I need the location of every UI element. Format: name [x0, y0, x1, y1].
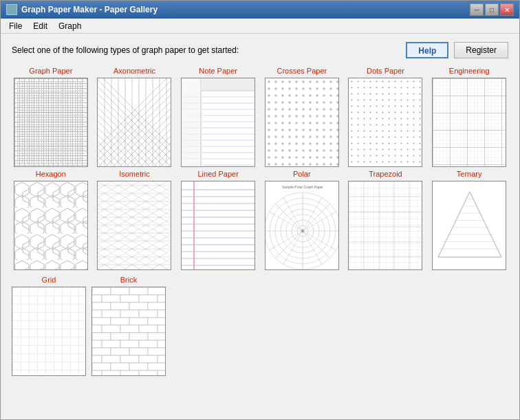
- paper-item-isometric[interactable]: Isometric: [96, 170, 174, 270]
- svg-rect-205: [92, 363, 111, 371]
- paper-item-graph[interactable]: Graph Paper: [12, 67, 90, 167]
- main-window: Graph Paper Maker - Paper Gallery ─ □ ✕ …: [0, 0, 520, 420]
- paper-item-engineering[interactable]: Engineering: [430, 67, 508, 167]
- app-icon: [6, 4, 17, 15]
- svg-rect-86: [98, 181, 171, 270]
- paper-thumb-trapezoid: [348, 181, 422, 270]
- help-button[interactable]: Help: [406, 42, 448, 58]
- svg-rect-186: [158, 325, 166, 333]
- register-button[interactable]: Register: [454, 42, 508, 58]
- svg-rect-173: [92, 310, 102, 318]
- svg-rect-209: [92, 371, 102, 376]
- paper-label-grid: Grid: [42, 276, 56, 284]
- svg-rect-206: [111, 363, 129, 371]
- menu-edit[interactable]: Edit: [28, 20, 53, 32]
- paper-thumb-lined: [181, 181, 255, 270]
- svg-rect-202: [120, 355, 139, 363]
- svg-rect-208: [148, 363, 166, 371]
- svg-rect-190: [148, 333, 166, 340]
- paper-item-polar[interactable]: Polar Sample Polar Graph Paper: [263, 170, 341, 270]
- svg-rect-157: [12, 287, 86, 376]
- svg-rect-210: [102, 371, 120, 376]
- svg-rect-169: [92, 302, 111, 310]
- paper-thumb-grid: [12, 287, 86, 376]
- instruction-text: Select one of the following types of gra…: [12, 45, 239, 55]
- paper-item-crosses[interactable]: Crosses Paper // Can't use JS in SVG her…: [263, 67, 341, 167]
- paper-item-ternary[interactable]: Ternary: [430, 170, 508, 270]
- paper-item-lined[interactable]: Lined Paper: [179, 170, 257, 270]
- title-controls: ─ □ ✕: [470, 3, 514, 16]
- svg-rect-178: [92, 318, 111, 325]
- svg-rect-195: [158, 340, 166, 348]
- paper-label-crosses: Crosses Paper: [277, 67, 327, 75]
- svg-rect-160: [92, 287, 111, 295]
- svg-rect-212: [139, 371, 158, 376]
- paper-label-dots: Dots Paper: [367, 67, 404, 75]
- svg-rect-201: [102, 355, 120, 363]
- svg-rect-168: [158, 295, 166, 302]
- svg-rect-183: [102, 325, 120, 333]
- paper-label-ternary: Ternary: [457, 170, 482, 178]
- svg-rect-164: [92, 295, 102, 302]
- paper-item-brick[interactable]: Brick: [91, 276, 166, 376]
- paper-item-hexagon[interactable]: Hexagon: [12, 170, 90, 270]
- instruction-row: Select one of the following types of gra…: [12, 42, 508, 58]
- maximize-button[interactable]: □: [485, 3, 499, 16]
- paper-item-dots[interactable]: Dots Paper: [347, 67, 425, 167]
- paper-thumb-graph: [14, 78, 88, 167]
- svg-rect-76: [349, 78, 422, 167]
- svg-rect-162: [129, 287, 148, 295]
- svg-rect-203: [139, 355, 158, 363]
- svg-rect-165: [102, 295, 120, 302]
- svg-text:Sample Polar Graph Paper: Sample Polar Graph Paper: [282, 185, 323, 189]
- svg-rect-172: [148, 302, 166, 310]
- svg-rect-197: [111, 348, 129, 355]
- action-buttons: Help Register: [406, 42, 508, 58]
- paper-item-note[interactable]: Note Paper: [179, 67, 257, 167]
- paper-thumb-crosses: // Can't use JS in SVG here, using stati…: [265, 78, 339, 167]
- svg-rect-207: [129, 363, 148, 371]
- svg-rect-196: [92, 348, 111, 355]
- svg-rect-167: [139, 295, 158, 302]
- svg-rect-188: [111, 333, 129, 340]
- paper-label-brick: Brick: [120, 276, 137, 284]
- svg-rect-1: [14, 78, 87, 166]
- menu-graph[interactable]: Graph: [53, 20, 87, 32]
- paper-thumb-brick: [91, 287, 166, 376]
- paper-thumb-engineering: [432, 78, 506, 167]
- svg-rect-192: [102, 340, 120, 348]
- svg-rect-181: [148, 318, 166, 325]
- svg-rect-42: [182, 78, 201, 167]
- svg-rect-200: [92, 355, 102, 363]
- paper-thumb-hexagon: [14, 181, 88, 270]
- paper-item-trapezoid[interactable]: Trapezoid: [347, 170, 425, 270]
- paper-grid-row3: Grid Brick: [12, 276, 508, 376]
- svg-rect-161: [111, 287, 129, 295]
- menu-file[interactable]: File: [3, 20, 28, 32]
- svg-rect-189: [129, 333, 148, 340]
- svg-rect-213: [158, 371, 166, 376]
- svg-rect-44: [201, 78, 255, 91]
- svg-rect-176: [139, 310, 158, 318]
- paper-item-axonometric[interactable]: Axonometric: [96, 67, 174, 167]
- paper-item-grid[interactable]: Grid: [12, 276, 86, 376]
- paper-label-hexagon: Hexagon: [36, 170, 66, 178]
- paper-grid: Graph Paper: [12, 67, 508, 273]
- paper-thumb-isometric: [97, 181, 171, 270]
- close-button[interactable]: ✕: [500, 3, 514, 16]
- svg-rect-179: [111, 318, 129, 325]
- minimize-button[interactable]: ─: [470, 3, 484, 16]
- svg-rect-185: [139, 325, 158, 333]
- svg-rect-87: [182, 181, 255, 270]
- svg-rect-166: [120, 295, 139, 302]
- svg-point-118: [301, 230, 304, 232]
- svg-rect-194: [139, 340, 158, 348]
- paper-thumb-dots: [348, 78, 422, 167]
- title-bar-left: Graph Paper Maker - Paper Gallery: [6, 4, 158, 15]
- svg-rect-191: [92, 340, 102, 348]
- svg-rect-193: [120, 340, 139, 348]
- paper-label-lined: Lined Paper: [197, 170, 238, 178]
- svg-rect-180: [129, 318, 148, 325]
- svg-rect-204: [158, 355, 166, 363]
- svg-rect-211: [120, 371, 139, 376]
